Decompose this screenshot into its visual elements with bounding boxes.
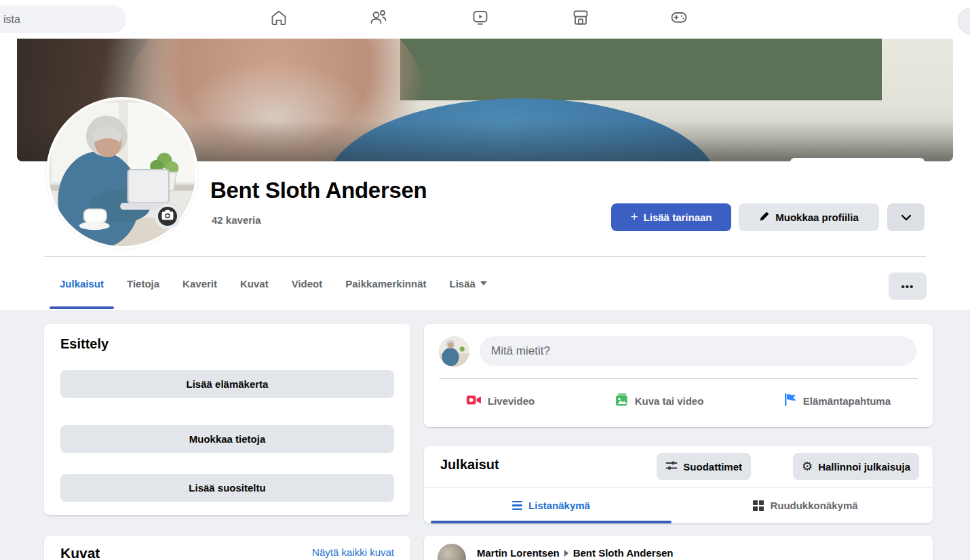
edit-profile-button[interactable]: Muokkaa profiilia: [739, 203, 879, 231]
tab-kaverit[interactable]: Kaverit: [171, 257, 229, 310]
caret-down-icon: [480, 281, 487, 285]
edit-cover-button[interactable]: Muokkaa kansikuvaa: [790, 158, 925, 161]
filters-icon: [665, 460, 678, 474]
photo-video-icon: [615, 393, 629, 409]
composer-card: Mitä mietit? Livevideo: [424, 324, 933, 427]
plus-icon: +: [631, 209, 638, 224]
tab-paikkamerkinnat[interactable]: Paikkamerkinnät: [334, 257, 438, 310]
post-author-link[interactable]: Martin Lorentsen: [477, 547, 560, 559]
post-card: Martin Lorentsen Bent Sloth Andersen: [424, 536, 933, 560]
chevron-down-icon: [901, 212, 912, 223]
camera-icon: [161, 209, 174, 223]
composer-divider: [439, 378, 918, 379]
marketplace-icon[interactable]: [570, 6, 591, 29]
edit-details-button[interactable]: Muokkaa tietoja: [60, 425, 394, 453]
watch-icon[interactable]: [470, 6, 490, 29]
friends-count[interactable]: 42 kaveria: [212, 214, 261, 226]
tab-videot[interactable]: Videot: [280, 257, 334, 310]
see-all-photos-link[interactable]: Näytä kaikki kuvat: [312, 546, 394, 558]
intro-title: Esittely: [60, 336, 109, 352]
posts-section-card: Julkaisut Suodattimet ⚙ Hallinnoi julkai…: [424, 446, 933, 523]
tab-kuvat[interactable]: Kuvat: [229, 257, 280, 310]
photo-video-button[interactable]: Kuva tai video: [615, 393, 704, 409]
list-view-tab[interactable]: Listanäkymä: [424, 487, 678, 523]
manage-posts-button[interactable]: ⚙ Hallinnoi julkaisuja: [793, 453, 919, 480]
filters-button[interactable]: Suodattimet: [657, 453, 751, 480]
profile-tab-bar: Julkaisut Tietoja Kaverit Kuvat Videot P…: [44, 256, 926, 310]
page-title: Bent Sloth Andersen: [210, 178, 427, 203]
life-event-button[interactable]: Elämäntapahtuma: [783, 393, 891, 409]
photos-title: Kuvat: [60, 545, 100, 560]
gear-icon: ⚙: [802, 460, 813, 473]
composer-actions: Livevideo Kuva tai video: [424, 384, 933, 418]
edit-avatar-button[interactable]: [155, 203, 180, 229]
status-input[interactable]: Mitä mietit?: [480, 336, 916, 366]
view-toggle: Listanäkymä Ruudukkonäkymä: [424, 487, 933, 523]
photos-card: Kuvat Näytä kaikki kuvat: [44, 536, 410, 560]
posts-title: Julkaisut: [440, 457, 499, 473]
account-menu-button[interactable]: [958, 7, 970, 35]
gaming-icon[interactable]: [669, 6, 689, 29]
tab-tietoja[interactable]: Tietoja: [115, 257, 171, 310]
list-view-icon: [512, 501, 522, 511]
arrow-right-icon: [564, 550, 568, 557]
post-target-link[interactable]: Bent Sloth Andersen: [573, 547, 674, 559]
intro-card: Esittely Lisää elämäkerta Muokkaa tietoj…: [44, 324, 410, 515]
pencil-icon: [759, 211, 770, 224]
tab-lisaa[interactable]: Lisää: [438, 257, 498, 310]
cover-chalkboard: [400, 39, 882, 100]
more-icon: •••: [901, 281, 914, 292]
add-to-story-label: Lisää tarinaan: [644, 212, 712, 223]
grid-view-icon: [753, 500, 764, 511]
search-input[interactable]: ista: [0, 5, 126, 33]
tab-julkaisut[interactable]: Julkaisut: [48, 257, 115, 310]
search-text: ista: [3, 14, 20, 26]
home-icon[interactable]: [269, 6, 289, 29]
add-featured-button[interactable]: Lisää suositeltu: [60, 474, 394, 502]
life-event-icon: [783, 393, 797, 409]
composer-avatar[interactable]: [439, 336, 469, 367]
edit-profile-label: Muokkaa profiilia: [775, 212, 859, 223]
top-nav: ista: [0, 0, 970, 39]
add-bio-button[interactable]: Lisää elämäkerta: [60, 370, 394, 398]
status-placeholder: Mitä mietit?: [491, 344, 550, 358]
add-to-story-button[interactable]: + Lisää tarinaan: [611, 203, 731, 231]
tab-overflow-button[interactable]: •••: [889, 273, 927, 300]
post-author-avatar[interactable]: [438, 544, 466, 560]
friends-icon[interactable]: [368, 6, 389, 29]
live-video-button[interactable]: Livevideo: [466, 393, 535, 409]
grid-view-tab[interactable]: Ruudukkonäkymä: [678, 487, 933, 523]
post-header: Martin Lorentsen Bent Sloth Andersen: [477, 547, 673, 559]
profile-more-button[interactable]: [887, 203, 925, 231]
live-video-icon: [466, 393, 482, 409]
facebook-profile-page: ista: [0, 0, 970, 560]
